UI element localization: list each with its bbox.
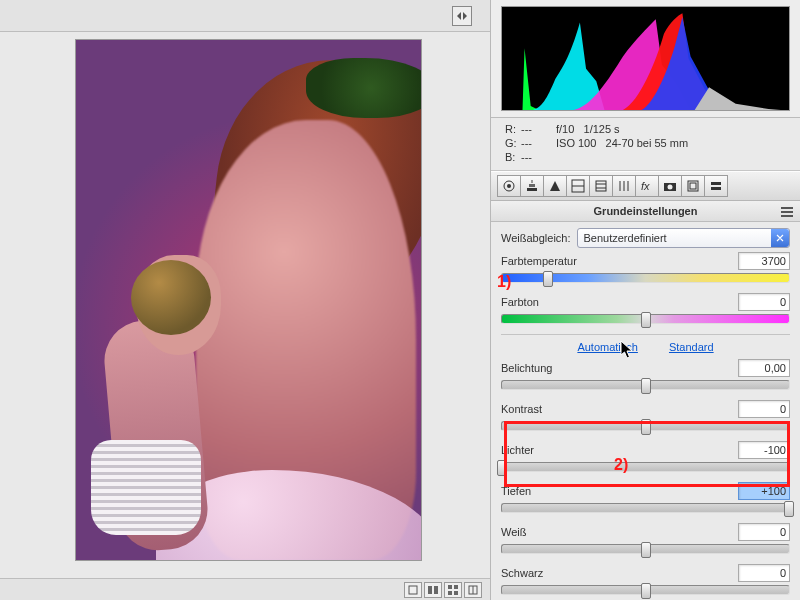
image-preview[interactable] xyxy=(76,40,421,560)
svg-rect-11 xyxy=(527,188,537,191)
fx-tool[interactable]: fx xyxy=(635,175,659,197)
slider-thumb[interactable] xyxy=(784,501,794,517)
section-header: Grundeinstellungen xyxy=(491,201,800,222)
info-readout: R:--- G:--- B:--- f/10 1/125 s ISO 100 2… xyxy=(491,118,800,171)
preview-pane xyxy=(0,0,490,600)
exposure-slider[interactable] xyxy=(501,380,790,390)
tool-strip: fx xyxy=(491,171,800,201)
svg-rect-6 xyxy=(454,591,458,595)
contrast-row: Kontrast xyxy=(501,400,790,431)
tint-slider[interactable] xyxy=(501,314,790,324)
blacks-value[interactable] xyxy=(738,564,790,582)
expand-icon xyxy=(456,10,468,22)
whites-value[interactable] xyxy=(738,523,790,541)
svg-point-10 xyxy=(507,184,511,188)
exposure-value[interactable] xyxy=(738,359,790,377)
shadows-row: Tiefen xyxy=(501,482,790,513)
svg-rect-0 xyxy=(409,586,417,594)
wb-tool[interactable] xyxy=(520,175,544,197)
blacks-label: Schwarz xyxy=(501,567,543,579)
svg-rect-1 xyxy=(428,586,432,594)
standard-link[interactable]: Standard xyxy=(669,341,714,353)
contrast-label: Kontrast xyxy=(501,403,542,415)
highlights-value[interactable] xyxy=(738,441,790,459)
svg-rect-13 xyxy=(531,180,533,183)
detail-tool[interactable] xyxy=(589,175,613,197)
svg-rect-5 xyxy=(448,591,452,595)
chevron-down-icon xyxy=(771,229,789,247)
slider-thumb[interactable] xyxy=(641,312,651,328)
blacks-row: Schwarz xyxy=(501,564,790,595)
split-button[interactable] xyxy=(464,582,482,598)
exposure-label: Belichtung xyxy=(501,362,552,374)
svg-rect-2 xyxy=(434,586,438,594)
svg-text:fx: fx xyxy=(641,180,650,192)
temperature-value[interactable] xyxy=(738,252,790,270)
hsl-tool[interactable] xyxy=(612,175,636,197)
temperature-slider[interactable] xyxy=(501,273,790,283)
svg-rect-12 xyxy=(529,184,535,187)
histogram-area xyxy=(491,0,800,118)
shadows-slider[interactable] xyxy=(501,503,790,513)
svg-point-24 xyxy=(668,185,673,190)
svg-rect-26 xyxy=(690,183,696,189)
highlights-row: Lichter xyxy=(501,441,790,472)
wb-select[interactable]: Benutzerdefiniert xyxy=(577,228,791,248)
curve-tool[interactable] xyxy=(566,175,590,197)
whites-label: Weiß xyxy=(501,526,526,538)
tint-row: Farbton xyxy=(501,293,790,324)
slider-thumb[interactable] xyxy=(641,419,651,435)
camera-tool[interactable] xyxy=(658,175,682,197)
expand-preview-button[interactable] xyxy=(452,6,472,26)
contrast-slider[interactable] xyxy=(501,421,790,431)
temperature-row: Farbtemperatur xyxy=(501,252,790,283)
histogram[interactable] xyxy=(501,6,790,111)
slider-thumb[interactable] xyxy=(641,542,651,558)
blacks-slider[interactable] xyxy=(501,585,790,595)
whites-slider[interactable] xyxy=(501,544,790,554)
whites-row: Weiß xyxy=(501,523,790,554)
auto-link[interactable]: Automatisch xyxy=(577,341,638,353)
compare-button[interactable] xyxy=(424,582,442,598)
shadows-label: Tiefen xyxy=(501,485,531,497)
auto-links: Automatisch Standard xyxy=(501,341,790,353)
develop-panel: R:--- G:--- B:--- f/10 1/125 s ISO 100 2… xyxy=(490,0,800,600)
slider-thumb[interactable] xyxy=(543,271,553,287)
highlights-label: Lichter xyxy=(501,444,534,456)
highlights-slider[interactable] xyxy=(501,462,790,472)
svg-rect-16 xyxy=(596,181,606,191)
presets-tool[interactable] xyxy=(704,175,728,197)
slider-thumb[interactable] xyxy=(497,460,507,476)
tint-label: Farbton xyxy=(501,296,539,308)
wb-selected: Benutzerdefiniert xyxy=(584,232,667,244)
exposure-row: Belichtung xyxy=(501,359,790,390)
svg-rect-28 xyxy=(711,187,721,190)
wb-label: Weißabgleich: xyxy=(501,232,571,244)
zoom-fit-button[interactable] xyxy=(404,582,422,598)
svg-rect-27 xyxy=(711,182,721,185)
section-title-label: Grundeinstellungen xyxy=(594,205,698,217)
preview-toolbar xyxy=(0,0,490,32)
shadows-value[interactable] xyxy=(738,482,790,500)
wb-row: Weißabgleich: Benutzerdefiniert xyxy=(501,228,790,248)
svg-rect-3 xyxy=(448,585,452,589)
slider-thumb[interactable] xyxy=(641,378,651,394)
crop-tool[interactable] xyxy=(497,175,521,197)
exposure-tool[interactable] xyxy=(543,175,567,197)
camera-readout: f/10 1/125 s ISO 100 24-70 bei 55 mm xyxy=(556,122,688,164)
slider-thumb[interactable] xyxy=(641,583,651,599)
grid-button[interactable] xyxy=(444,582,462,598)
contrast-value[interactable] xyxy=(738,400,790,418)
rgb-readout: R:--- G:--- B:--- xyxy=(505,122,532,164)
svg-rect-4 xyxy=(454,585,458,589)
temperature-label: Farbtemperatur xyxy=(501,255,577,267)
lens-tool[interactable] xyxy=(681,175,705,197)
preview-bottom-toolbar xyxy=(0,578,490,600)
tint-value[interactable] xyxy=(738,293,790,311)
controls-area: Weißabgleich: Benutzerdefiniert Farbtemp… xyxy=(491,222,800,600)
panel-menu-icon[interactable] xyxy=(780,206,794,218)
